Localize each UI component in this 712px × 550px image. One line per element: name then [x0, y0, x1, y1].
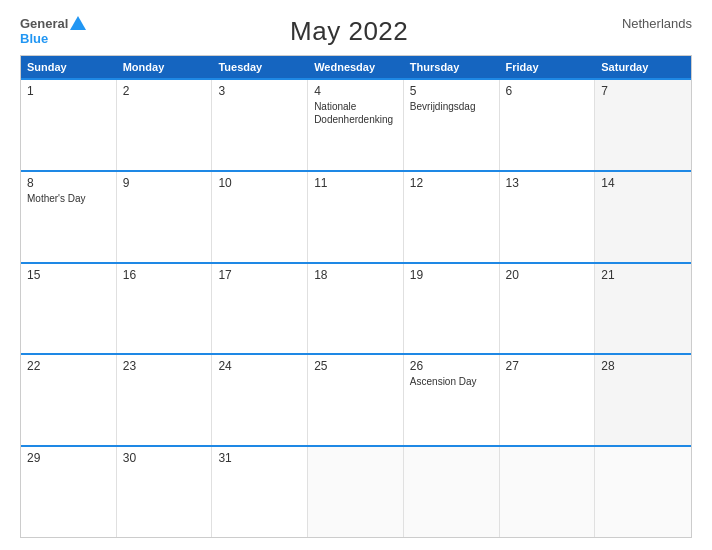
calendar-cell: 2 — [117, 80, 213, 170]
day-number: 26 — [410, 359, 493, 373]
day-number: 6 — [506, 84, 589, 98]
calendar-cell: 13 — [500, 172, 596, 262]
calendar-cell: 23 — [117, 355, 213, 445]
calendar-week-2: 8Mother's Day91011121314 — [21, 170, 691, 262]
calendar-cell: 10 — [212, 172, 308, 262]
day-number: 23 — [123, 359, 206, 373]
calendar-header-row: SundayMondayTuesdayWednesdayThursdayFrid… — [21, 56, 691, 78]
weekday-header-thursday: Thursday — [404, 56, 500, 78]
calendar-week-4: 2223242526Ascension Day2728 — [21, 353, 691, 445]
day-number: 11 — [314, 176, 397, 190]
day-number: 15 — [27, 268, 110, 282]
weekday-header-tuesday: Tuesday — [212, 56, 308, 78]
day-number: 14 — [601, 176, 685, 190]
weekday-header-saturday: Saturday — [595, 56, 691, 78]
logo-blue-text: Blue — [20, 32, 48, 46]
calendar-body: 1234Nationale Dodenherdenking5Bevrijding… — [21, 78, 691, 537]
calendar-cell: 1 — [21, 80, 117, 170]
day-number: 31 — [218, 451, 301, 465]
calendar-grid: SundayMondayTuesdayWednesdayThursdayFrid… — [20, 55, 692, 538]
day-number: 25 — [314, 359, 397, 373]
day-number: 4 — [314, 84, 397, 98]
logo: General Blue — [20, 16, 86, 46]
day-number: 9 — [123, 176, 206, 190]
calendar-cell: 27 — [500, 355, 596, 445]
day-number: 10 — [218, 176, 301, 190]
day-number: 13 — [506, 176, 589, 190]
day-number: 2 — [123, 84, 206, 98]
logo-triangle-icon — [70, 16, 86, 30]
country-label: Netherlands — [612, 16, 692, 31]
calendar-week-3: 15161718192021 — [21, 262, 691, 354]
calendar-cell: 16 — [117, 264, 213, 354]
weekday-header-friday: Friday — [500, 56, 596, 78]
day-number: 27 — [506, 359, 589, 373]
calendar-cell: 14 — [595, 172, 691, 262]
calendar-cell — [595, 447, 691, 537]
day-event: Mother's Day — [27, 192, 110, 205]
calendar-cell — [500, 447, 596, 537]
logo-general-text: General — [20, 17, 68, 31]
calendar-cell: 30 — [117, 447, 213, 537]
day-number: 30 — [123, 451, 206, 465]
calendar-cell: 6 — [500, 80, 596, 170]
calendar-cell: 15 — [21, 264, 117, 354]
calendar-cell: 12 — [404, 172, 500, 262]
day-number: 18 — [314, 268, 397, 282]
calendar-cell: 3 — [212, 80, 308, 170]
calendar-cell: 20 — [500, 264, 596, 354]
weekday-header-monday: Monday — [117, 56, 213, 78]
calendar-cell: 28 — [595, 355, 691, 445]
calendar-cell: 4Nationale Dodenherdenking — [308, 80, 404, 170]
calendar-cell: 29 — [21, 447, 117, 537]
day-number: 29 — [27, 451, 110, 465]
day-number: 17 — [218, 268, 301, 282]
day-number: 21 — [601, 268, 685, 282]
calendar-cell: 19 — [404, 264, 500, 354]
day-number: 7 — [601, 84, 685, 98]
calendar-cell: 25 — [308, 355, 404, 445]
day-number: 16 — [123, 268, 206, 282]
calendar-cell — [404, 447, 500, 537]
day-event: Ascension Day — [410, 375, 493, 388]
calendar-cell — [308, 447, 404, 537]
day-number: 8 — [27, 176, 110, 190]
calendar-cell: 22 — [21, 355, 117, 445]
calendar-cell: 11 — [308, 172, 404, 262]
day-event: Nationale Dodenherdenking — [314, 100, 397, 126]
calendar-cell: 26Ascension Day — [404, 355, 500, 445]
month-title: May 2022 — [86, 16, 612, 47]
day-number: 24 — [218, 359, 301, 373]
calendar-page: General Blue May 2022 Netherlands Sunday… — [0, 0, 712, 550]
calendar-cell: 5Bevrijdingsdag — [404, 80, 500, 170]
calendar-cell: 9 — [117, 172, 213, 262]
calendar-cell: 17 — [212, 264, 308, 354]
calendar-cell: 18 — [308, 264, 404, 354]
calendar-cell: 24 — [212, 355, 308, 445]
day-number: 12 — [410, 176, 493, 190]
calendar-cell: 7 — [595, 80, 691, 170]
calendar-header: General Blue May 2022 Netherlands — [20, 16, 692, 47]
day-number: 5 — [410, 84, 493, 98]
day-number: 19 — [410, 268, 493, 282]
day-event: Bevrijdingsdag — [410, 100, 493, 113]
calendar-cell: 31 — [212, 447, 308, 537]
calendar-cell: 8Mother's Day — [21, 172, 117, 262]
calendar-week-5: 293031 — [21, 445, 691, 537]
weekday-header-sunday: Sunday — [21, 56, 117, 78]
calendar-week-1: 1234Nationale Dodenherdenking5Bevrijding… — [21, 78, 691, 170]
day-number: 1 — [27, 84, 110, 98]
calendar-cell: 21 — [595, 264, 691, 354]
weekday-header-wednesday: Wednesday — [308, 56, 404, 78]
day-number: 3 — [218, 84, 301, 98]
day-number: 28 — [601, 359, 685, 373]
day-number: 20 — [506, 268, 589, 282]
day-number: 22 — [27, 359, 110, 373]
